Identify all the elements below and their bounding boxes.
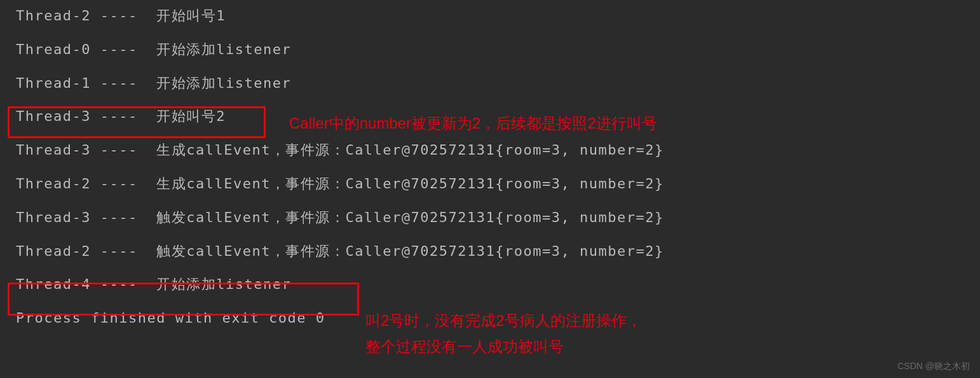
console-line: Thread-2 ---- 触发callEvent，事件源：Caller@702… [16,242,980,262]
console-line: Thread-4 ---- 开始添加listener [16,275,980,295]
console-line: Thread-2 ---- 开始叫号1 [16,6,980,26]
console-output: Thread-2 ---- 开始叫号1 Thread-0 ---- 开始添加li… [0,6,980,328]
console-line: Thread-1 ---- 开始添加listener [16,74,980,94]
annotation-text: 叫2号时，没有完成2号病人的注册操作， [365,310,642,332]
console-line: Thread-3 ---- 生成callEvent，事件源：Caller@702… [16,141,980,160]
console-line: Thread-0 ---- 开始添加listener [16,40,980,60]
watermark: CSDN @晓之木初 [897,360,970,373]
annotation-text: 整个过程没有一人成功被叫号 [365,336,564,358]
console-line: Thread-3 ---- 触发callEvent，事件源：Caller@702… [16,208,980,228]
console-line: Thread-2 ---- 生成callEvent，事件源：Caller@702… [16,174,980,194]
annotation-text: Caller中的number被更新为2，后续都是按照2进行叫号 [289,113,657,134]
